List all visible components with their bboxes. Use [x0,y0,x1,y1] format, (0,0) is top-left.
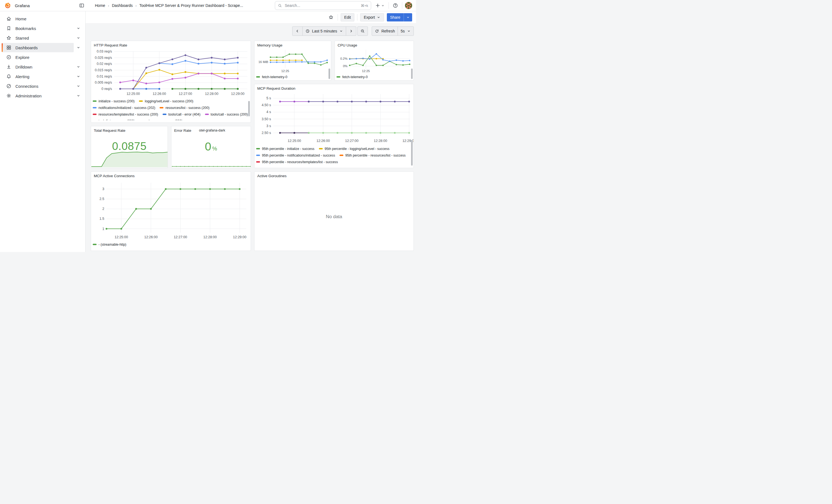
legend-item[interactable]: resources/templates/list - success (200) [93,112,158,117]
panel-http-request-rate: HTTP Request Rate 12:25:0012:26:0012:27:… [91,41,251,123]
favorite-star-button[interactable] [327,14,335,21]
sidebar-item-administration[interactable]: Administration [2,91,83,100]
breadcrumb-item[interactable]: ToolHive MCP Server & Proxy Runner Dashb… [139,3,243,8]
chevron-down-icon[interactable] [74,74,83,79]
legend-item[interactable]: initialize - success (200) [93,99,134,103]
error-rate-sparkline [172,164,251,167]
grafana-logo[interactable] [4,2,11,9]
legend-item[interactable]: tools/call - success (200) [205,112,248,117]
sidebar-item-dashboards[interactable]: Dashboards [2,43,83,52]
sidebar-item-connections[interactable]: Connections [2,81,83,91]
legend-scrollbar[interactable] [329,69,330,79]
memory-usage-chart: 12:2516 MiB [257,48,329,74]
new-button[interactable] [374,2,386,9]
stat-number: 0 [205,140,211,153]
dock-menu-icon[interactable] [78,2,85,9]
legend-item[interactable]: 95th percentile - logging/setLevel - suc… [319,147,390,151]
svg-text:12:29:00: 12:29:00 [231,92,244,96]
legend-item[interactable]: logging/setLevel - success (200) [139,99,193,103]
time-controls: Last 5 minutes Refresh 5s [292,26,414,36]
sidebar-item-label: Explore [16,55,29,60]
sidebar-item-alerting[interactable]: Alerting [2,72,83,81]
legend-item[interactable]: fetch-telemetry-0 [337,75,368,79]
legend-scrollbar[interactable] [411,69,413,79]
search-icon [278,4,282,8]
panel-mcp-active-connections: MCP Active Connections 12:25:0012:26:001… [91,171,251,251]
chart-legend: fetch-telemetry-0 [335,74,414,79]
avatar[interactable] [405,2,412,9]
export-button[interactable]: Export [360,13,384,22]
legend-color-chip [93,107,97,108]
panel-title[interactable]: MCP Active Connections [91,172,251,179]
breadcrumb-item[interactable]: Dashboards [112,3,133,8]
panel-title[interactable]: Total Request Rate [91,126,167,133]
chevron-down-icon [376,16,381,19]
legend-item[interactable]: 95th percentile - notifications/initiali… [256,153,335,158]
sidebar-item-home[interactable]: Home [2,14,83,23]
sidebar-item-explore[interactable]: Explore [2,53,83,62]
legend-item[interactable]: notifications/initialized - success (202… [93,105,155,110]
legend-item[interactable]: tools/list - success (200) [93,118,135,120]
dashboard-toolbar: Edit Export Share [85,11,416,23]
legend-item[interactable]: unknown - success (200) [139,118,183,120]
share-button[interactable]: Share [387,13,404,22]
legend-label: unknown - success (200) [145,119,183,121]
search-field[interactable] [284,3,359,8]
zoom-out-button[interactable] [358,27,368,35]
legend-item[interactable]: 95th percentile - resources/templates/li… [256,160,338,164]
legend-color-chip [319,148,323,150]
connections-icon [6,83,11,89]
legend-item[interactable]: fetch-telemetry-0 [256,75,287,79]
legend-color-chip [256,76,260,78]
clock-icon [305,29,310,33]
refresh-button[interactable]: Refresh [372,27,397,35]
refresh-interval-label: 5s [400,29,405,33]
search-input[interactable]: ⌘+k [275,1,371,10]
legend-item[interactable]: - (streamable-http) [93,242,126,247]
panel-title[interactable]: Memory Usage [255,41,331,48]
time-forward-button[interactable] [346,27,356,35]
sidebar-item-label: Alerting [16,74,29,79]
legend-color-chip [256,148,260,150]
legend-item[interactable]: tools/call - error (404) [163,112,201,117]
help-button[interactable] [391,2,399,9]
time-back-button[interactable] [292,27,302,35]
chevron-down-icon [339,29,343,33]
legend-label: 95th percentile - initialize - success [262,147,314,151]
svg-text:2.50 s: 2.50 s [262,131,271,135]
svg-text:12:27:00: 12:27:00 [174,235,187,239]
chevron-down-icon[interactable] [74,65,83,69]
share-dropdown-button[interactable] [404,13,412,22]
chevron-down-icon[interactable] [74,36,83,40]
legend-color-chip [93,100,97,102]
legend-label: resources/list - success (200) [165,106,209,110]
sidebar-item-starred[interactable]: Starred [2,33,83,43]
chevron-down-icon[interactable] [74,94,83,98]
chevron-down-icon[interactable] [74,26,83,30]
panel-title[interactable]: MCP Request Duration [255,84,414,91]
svg-text:12:28:00: 12:28:00 [374,139,387,143]
panel-title[interactable]: CPU Usage [335,41,414,48]
chart-legend: fetch-telemetry-0 [255,74,331,79]
legend-label: logging/setLevel - success (200) [145,99,193,103]
edit-button[interactable]: Edit [341,13,354,22]
refresh-interval-picker[interactable]: 5s [397,27,414,35]
legend-scrollbar[interactable] [248,101,250,116]
chevron-down-icon[interactable] [74,84,83,88]
sidebar-item-drilldown[interactable]: Drilldown [2,62,83,72]
panel-title[interactable]: HTTP Request Rate [91,41,251,48]
legend-item[interactable]: 95th percentile - resources/list - succe… [339,153,406,158]
breadcrumb-item[interactable]: Home [95,3,105,8]
chevron-down-icon[interactable] [74,45,83,50]
legend-item[interactable]: resources/list - success (200) [160,105,209,110]
bookmark-icon [6,26,11,31]
sidebar-item-label: Dashboards [16,45,38,50]
svg-text:12:27:00: 12:27:00 [179,92,192,96]
compass-icon [6,54,11,60]
sidebar-item-bookmarks[interactable]: Bookmarks [2,24,83,33]
legend-scrollbar[interactable] [411,140,413,166]
legend-item[interactable]: 95th percentile - initialize - success [256,147,314,151]
cpu-usage-chart: 12:250.2%0% [337,48,412,74]
time-range-picker[interactable]: Last 5 minutes [302,27,346,35]
svg-text:1.5: 1.5 [100,217,104,221]
